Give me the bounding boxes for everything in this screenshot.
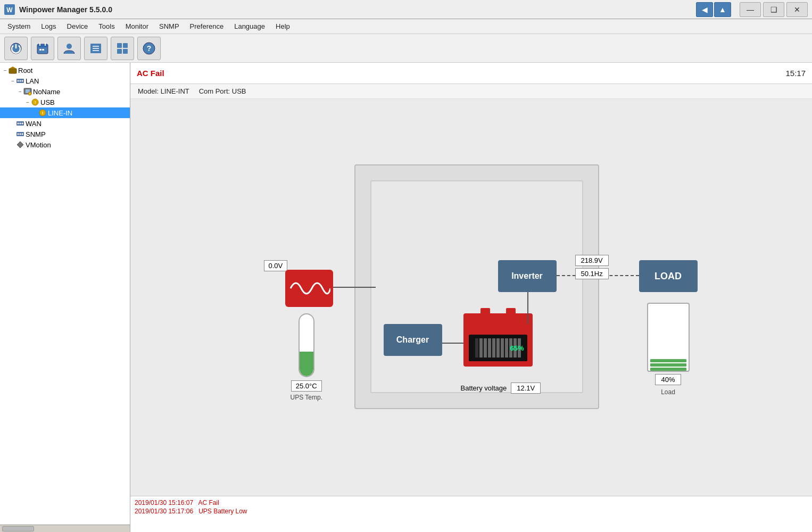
bat-bar-8 xyxy=(505,338,508,358)
bat-bar-5 xyxy=(492,338,495,358)
sidebar-label-wan: WAN xyxy=(26,120,42,128)
menu-help[interactable]: Help xyxy=(270,20,295,32)
battery-pct: 65% xyxy=(510,344,524,352)
svg-rect-15 xyxy=(123,43,128,48)
nav-prev-button[interactable]: ◀ xyxy=(696,2,713,17)
svg-rect-17 xyxy=(123,49,128,54)
restore-button[interactable]: ❑ xyxy=(763,2,784,17)
sidebar: − Root − LAN − ! NoName xyxy=(0,63,130,532)
vmotion-icon xyxy=(16,140,24,149)
tree-expand-noname: − xyxy=(17,89,23,95)
menu-snmp[interactable]: SNMP xyxy=(154,20,185,32)
sidebar-label-noname: NoName xyxy=(33,88,60,96)
svg-rect-14 xyxy=(117,43,122,48)
svg-point-24 xyxy=(20,80,21,82)
output-voltage: 218.9V xyxy=(575,255,609,266)
menu-system[interactable]: System xyxy=(2,20,36,32)
load-gauge-block: 40% Load xyxy=(647,303,690,396)
sidebar-item-snmp[interactable]: SNMP xyxy=(0,129,130,139)
load-bar-1 xyxy=(650,359,686,362)
svg-point-36 xyxy=(20,123,21,124)
content-area: AC Fail 15:17 Model: LINE-INT Com Port: … xyxy=(130,63,812,532)
menu-preference[interactable]: Preference xyxy=(185,20,229,32)
toolbar-power-button[interactable] xyxy=(4,37,28,60)
menu-tools[interactable]: Tools xyxy=(93,20,120,32)
ac-wave-block xyxy=(285,270,333,307)
scroll-thumb[interactable] xyxy=(2,526,34,531)
svg-point-35 xyxy=(18,123,19,124)
svg-point-37 xyxy=(22,123,23,124)
title-bar: W Winpower Manager 5.5.0.0 ◀ ▲ — ❑ ✕ xyxy=(0,0,812,19)
usb-icon: ! xyxy=(31,98,39,106)
sidebar-scrollbar[interactable] xyxy=(0,525,130,532)
bat-bar-4 xyxy=(488,338,491,358)
sidebar-item-usb[interactable]: − ! USB xyxy=(0,97,130,107)
sidebar-label-snmp: SNMP xyxy=(26,130,46,138)
temp-value: 25.0°C xyxy=(291,380,322,392)
menu-bar: System Logs Device Tools Monitor SNMP Pr… xyxy=(0,19,812,34)
toolbar-schedule-button[interactable] xyxy=(31,37,54,60)
sidebar-label-lineint: LINE-IN xyxy=(48,109,72,117)
bat-bar-1 xyxy=(475,338,478,358)
toolbar-help-button[interactable]: ? xyxy=(137,37,161,60)
sidebar-label-root: Root xyxy=(18,66,32,74)
svg-rect-8 xyxy=(42,49,44,51)
status-header: AC Fail 15:17 xyxy=(130,63,812,84)
tree-expand-lan: − xyxy=(10,78,16,84)
load-bar-3 xyxy=(650,368,686,371)
load-pct-block: 40% xyxy=(647,374,690,387)
sidebar-item-wan[interactable]: WAN xyxy=(0,118,130,129)
menu-monitor[interactable]: Monitor xyxy=(120,20,154,32)
sidebar-item-noname[interactable]: − ! NoName xyxy=(0,86,130,97)
sidebar-item-vmotion[interactable]: VMotion xyxy=(0,139,130,150)
close-button[interactable]: ✕ xyxy=(786,2,808,17)
toolbar-grid-button[interactable] xyxy=(111,37,134,60)
log-timestamp-1: 2019/01/30 15:16:07 xyxy=(135,499,193,506)
sidebar-item-lineint[interactable]: ! LINE-IN xyxy=(0,107,130,118)
toolbar-user-button[interactable] xyxy=(57,37,81,60)
model-text: Model: LINE-INT xyxy=(138,87,189,95)
minimize-button[interactable]: — xyxy=(740,2,761,17)
load-gauge-bars xyxy=(650,347,686,371)
wan-icon xyxy=(16,119,24,128)
log-area: 2019/01/30 15:16:07 AC Fail 2019/01/30 1… xyxy=(130,496,812,532)
ups-diagram: 0.0V 25.0°C xyxy=(232,154,711,441)
svg-rect-4 xyxy=(37,44,48,47)
main-area: − Root − LAN − ! NoName xyxy=(0,63,812,532)
snmp-icon xyxy=(16,130,24,138)
menu-logs[interactable]: Logs xyxy=(36,20,61,32)
status-time: 15:17 xyxy=(785,69,806,78)
bat-bar-2 xyxy=(479,338,483,358)
load-gauge xyxy=(647,303,690,372)
load-pct: 40% xyxy=(655,374,681,385)
ac-input-line xyxy=(333,287,376,288)
sidebar-label-usb: USB xyxy=(40,98,55,106)
svg-point-9 xyxy=(67,44,72,49)
app-icon: W xyxy=(4,4,15,15)
inverter-bat-line xyxy=(527,292,528,324)
svg-rect-16 xyxy=(117,49,122,54)
battery-inner: 65% xyxy=(469,335,527,361)
terminal-neg xyxy=(506,308,516,315)
log-entry-1: 2019/01/30 15:16:07 AC Fail xyxy=(135,498,808,507)
output-values: 218.9V 50.1Hz xyxy=(575,255,609,281)
charger-bat-line xyxy=(442,343,463,344)
load-label: Load xyxy=(647,388,690,396)
sidebar-item-lan[interactable]: − LAN xyxy=(0,76,130,86)
nav-next-button[interactable]: ▲ xyxy=(714,2,731,17)
load-block: LOAD xyxy=(639,260,698,292)
wave-svg xyxy=(288,275,330,302)
sidebar-item-root[interactable]: − Root xyxy=(0,65,130,76)
bat-bar-7 xyxy=(501,338,504,358)
com-port-text: Com Port: USB xyxy=(199,87,246,95)
svg-marker-21 xyxy=(9,66,16,69)
title-bar-left: W Winpower Manager 5.5.0.0 xyxy=(4,4,112,15)
nav-controls: ◀ ▲ xyxy=(696,2,731,17)
svg-marker-42 xyxy=(17,142,23,148)
menu-device[interactable]: Device xyxy=(62,20,94,32)
svg-text:!: ! xyxy=(35,100,36,105)
toolbar-list-button[interactable] xyxy=(84,37,107,60)
battery-voltage-label: Battery voltage xyxy=(461,384,507,392)
menu-language[interactable]: Language xyxy=(229,20,270,32)
log-message-2: UPS Battery Low xyxy=(198,508,247,515)
